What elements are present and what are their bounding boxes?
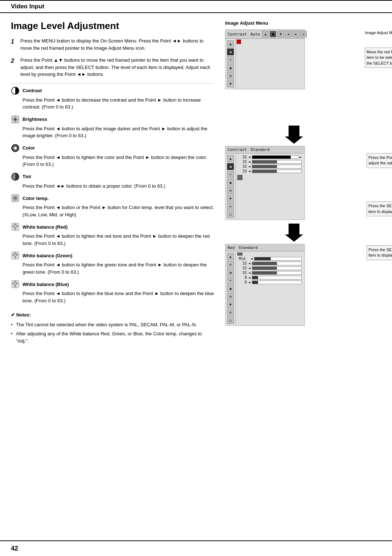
menu-icon-2: ■ (270, 31, 276, 37)
menu-3-val-mid: Mid (239, 257, 249, 261)
menu-1-top-bar: Contrast Auto ▲ ■ ▼ ◄ ► ✦ (225, 30, 305, 39)
menu-screenshot-1-wrapper: Contrast Auto ▲ ■ ▼ ◄ ► ✦ (225, 29, 363, 89)
menu-3-bar-fill-3 (252, 271, 277, 274)
section-contrast-header: Contrast (11, 86, 214, 95)
menu-3-bar-3 (252, 271, 302, 275)
step-1-number: 1 (11, 37, 17, 52)
menu-1-body: ▲ ◑ ☀ ◕ ◔ ▼ (225, 39, 305, 89)
left-icon-2-7: ⊙ (227, 203, 234, 210)
arrow-down-1 (225, 126, 363, 144)
menu-2-bar-fill-4 (252, 170, 277, 173)
menu-3-select-row (237, 253, 303, 255)
menu-3-label1: Red (228, 245, 235, 250)
section-color-desc: Press the Point ◄ button to lighten the … (23, 154, 214, 168)
left-icon-3-7: ▼ (227, 301, 234, 308)
menu-2-top-bar: Contrast Standard (225, 146, 305, 154)
left-icon-2-8: □ (227, 211, 234, 218)
brightness-icon (11, 115, 20, 124)
menu-3-val-2: 32 (239, 266, 247, 270)
section-contrast: Contrast Press the Point ◄ button to dec… (11, 86, 214, 111)
menu-2-arrow-l-3: ◄ (248, 164, 250, 168)
red-pointer (237, 40, 241, 44)
svg-text:G: G (15, 257, 16, 259)
left-icon-3-5: ◕ (227, 285, 234, 292)
step-2-number: 2 (11, 57, 17, 78)
menu-2-row-3: 32 ◄ (237, 164, 303, 169)
menu-2-label2: Standard (250, 147, 270, 152)
left-column: Image Level Adjustment 1 Press the MENU … (11, 20, 214, 533)
svg-marker-35 (285, 224, 303, 242)
menu-screenshot-2: Contrast Standard ▲ ◑ ☀ ◕ ◔ ▼ ⊙ □ (225, 146, 305, 220)
step-1-text: Press the MENU button to display the On-… (20, 37, 214, 52)
menu-2-bar-2 (252, 160, 302, 164)
section-color-title: Color (23, 145, 35, 151)
svg-text:R: R (15, 228, 16, 230)
left-icon-3-9: □ (227, 317, 234, 324)
menu-screenshot-1: Contrast Auto ▲ ■ ▼ ◄ ► ✦ (225, 29, 305, 89)
section-brightness-title: Brightness (23, 116, 47, 122)
menu-2-label1: Contrast (228, 147, 247, 152)
menu-3-bar-fill-1 (252, 262, 277, 265)
menu-2-arrow-l-1: ◄ (248, 155, 250, 159)
menu-2-callout-2: Press the SELECT button at this item to … (367, 201, 392, 216)
page: Video Input Image Level Adjustment 1 Pre… (0, 0, 392, 556)
left-icon-2-5: ◔ (227, 187, 234, 194)
menu-3-arrow-l-5: ◄ (248, 280, 250, 284)
step-2: 2 Press the Point ▲▼ buttons to move the… (11, 57, 214, 78)
menu-3-label2: Standard (238, 245, 258, 250)
section-wb-green-header: G White balance (Green) (11, 251, 214, 260)
section-color-temp-title: Color temp. (23, 196, 49, 201)
menu-3-row-mid: Mid ◄ (237, 256, 303, 261)
menu-icon-1: ▲ (262, 31, 269, 37)
right-column: Image Adjust Menu Contrast Auto ▲ ■ ▼ ◄ … (225, 20, 363, 533)
section-color-temp-header: Color temp. (11, 194, 214, 203)
menu-3-bar-1 (252, 262, 302, 265)
menu-3-callout-1-text: Press the SELECT button at this item to … (368, 247, 392, 258)
menu-3-val-4: 8 (239, 275, 247, 279)
menu-3-bar-fill-2 (252, 267, 277, 270)
menu-3-bar-fill-4 (252, 276, 258, 279)
menu-2-val-1: 32 (239, 155, 247, 159)
menu-icon-3: ▼ (277, 31, 284, 37)
menu-screenshot-3: Red Standard ▲ ⊙ ◑ ☀ ◕ ◔ ▼ ⊡ (225, 244, 305, 326)
tint-icon (11, 172, 20, 181)
menu-2-val-2: 32 (239, 160, 247, 164)
section-wb-blue-title: White balance (Blue) (23, 282, 69, 287)
divider-1 (11, 83, 214, 83)
menu-2-row-2: 32 ◄ (237, 159, 303, 164)
step-2-text: Press the Point ▲▼ buttons to move the r… (20, 57, 214, 78)
menu-3-row-1: 32 ◄ (237, 261, 303, 266)
menu-3-row-4: 8 ◄ (237, 275, 303, 280)
menu-3-val-3: 32 (239, 271, 247, 275)
menu-3-arrow-l-2: ◄ (248, 266, 250, 270)
section-brightness: Brightness Press the Point ◄ button to a… (11, 115, 214, 139)
section-contrast-desc: Press the Point ◄ button to decrease the… (23, 97, 214, 111)
menu-2-val-4: 32 (239, 169, 247, 173)
color-icon (11, 144, 20, 152)
menu-2-bar-4 (252, 169, 302, 173)
page-title: Image Level Adjustment (11, 20, 214, 32)
section-brightness-header: Brightness (11, 115, 214, 124)
left-icon-6: ▼ (227, 80, 234, 87)
menu-2-callout-1-text: Press the Point ◄► buttons to adjust the… (368, 155, 392, 166)
section-wb-red-header: R White balance (Red) (11, 222, 214, 231)
menu-2-arrow-r-1: ► (299, 155, 302, 159)
left-icon-3-3: ◑ (227, 269, 234, 276)
menu-3-left-icons: ▲ ⊙ ◑ ☀ ◕ ◔ ▼ ⊡ □ (225, 252, 236, 326)
menu-3-bar-fill-mid (254, 257, 271, 260)
left-icon-1: ▲ (227, 40, 234, 48)
section-color: Color Press the Point ◄ button to lighte… (11, 144, 214, 168)
section-wb-blue-desc: Press the Point ◄ button to lighten the … (23, 290, 214, 304)
color-temp-icon (11, 194, 20, 203)
content-area: Image Level Adjustment 1 Press the MENU … (0, 13, 392, 540)
menu-3-bar-4 (252, 276, 302, 279)
menu-3-bar-2 (252, 266, 302, 270)
menu-3-row-2: 32 ◄ (237, 266, 303, 270)
menu-2-bar-1 (252, 155, 298, 159)
left-icon-3-6: ◔ (227, 293, 234, 300)
menu-screenshot-3-wrapper: Red Standard ▲ ⊙ ◑ ☀ ◕ ◔ ▼ ⊡ (225, 244, 363, 326)
note-item-1: The Tint cannot be selected when the vid… (11, 321, 214, 329)
section-brightness-desc: Press the Point ◄ button to adjust the i… (23, 125, 214, 139)
menu-3-values-area: Mid ◄ 32 ◄ (236, 252, 305, 326)
menu-2-callout-2-text: Press the SELECT button at this item to … (368, 203, 392, 214)
